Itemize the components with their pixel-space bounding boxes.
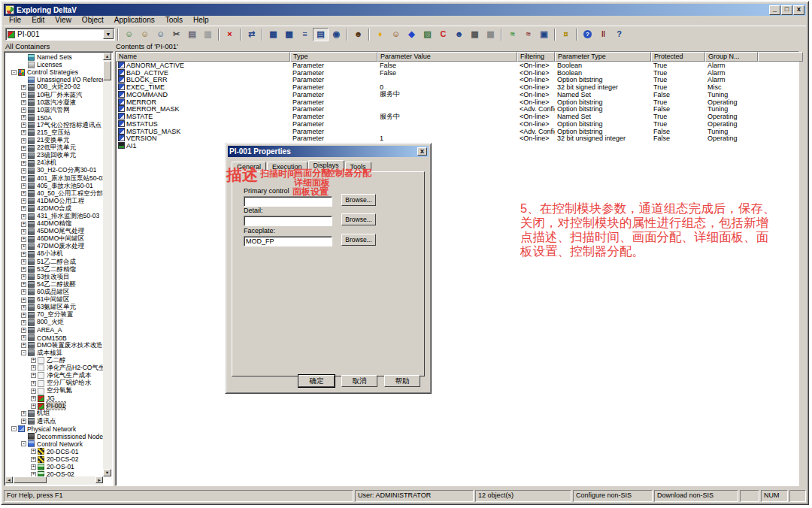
expand-icon[interactable]: + xyxy=(21,229,26,234)
tree-item-10蒸汽管网[interactable]: +10蒸汽管网 xyxy=(6,107,103,114)
expand-icon[interactable]: + xyxy=(21,107,26,113)
copy-icon[interactable]: ▤ xyxy=(184,28,200,41)
tree-item-Decommissioned Nodes[interactable]: Decommissioned Nodes xyxy=(6,433,103,440)
help-button[interactable]: 帮助 xyxy=(384,375,420,387)
expand-icon[interactable]: + xyxy=(21,183,26,189)
ok-button[interactable]: 确定 xyxy=(298,375,335,387)
expand-icon[interactable]: + xyxy=(21,335,26,340)
grid-config-icon[interactable]: ▦ xyxy=(467,28,483,41)
user-icon[interactable]: ☻ xyxy=(350,28,366,41)
vertical-scroll-thumb[interactable] xyxy=(103,61,111,80)
expand-icon[interactable]: + xyxy=(21,85,26,90)
expand-icon[interactable]: + xyxy=(21,122,26,128)
expand-icon[interactable]: + xyxy=(31,457,36,462)
column-header-Parameter Type[interactable]: Parameter Type xyxy=(555,52,651,62)
expand-icon[interactable]: + xyxy=(21,222,26,227)
collapse-icon[interactable]: - xyxy=(11,70,17,75)
expand-icon[interactable]: + xyxy=(31,358,36,363)
field-input[interactable] xyxy=(244,216,332,226)
tree-item-Control Strategies[interactable]: -Control Strategies xyxy=(6,68,103,76)
tuning-chart-icon[interactable]: ≈ xyxy=(520,28,536,41)
expand-icon[interactable]: + xyxy=(21,206,26,211)
expand-icon[interactable]: + xyxy=(21,161,26,166)
expand-icon[interactable]: + xyxy=(21,259,26,265)
expand-icon[interactable]: + xyxy=(21,198,26,204)
list-view-icon[interactable]: ≡ xyxy=(297,28,313,41)
menu-tools[interactable]: Tools xyxy=(160,16,188,26)
tree-item-JG[interactable]: +JG xyxy=(6,395,103,402)
tree-item-Named Sets[interactable]: Named Sets xyxy=(6,53,103,61)
tree-item-Control Network[interactable]: -Control Network xyxy=(6,440,103,448)
script-icon[interactable]: C xyxy=(435,28,451,41)
cancel-button[interactable]: 取消 xyxy=(341,375,377,387)
menu-file[interactable]: File xyxy=(4,16,26,26)
expand-icon[interactable]: + xyxy=(21,244,26,249)
table-row[interactable]: MSTATEParameter服务中<On-line>Named SetTrue… xyxy=(116,113,798,120)
details-view-icon[interactable]: ▤ xyxy=(313,28,329,41)
expand-icon[interactable]: + xyxy=(21,289,26,295)
browse-button[interactable]: Browse... xyxy=(341,194,376,206)
tree-item-800_火炬[interactable]: +800_火炬 xyxy=(6,319,103,326)
dialog-close-button[interactable]: x xyxy=(417,147,427,156)
keys-icon[interactable]: ¤ xyxy=(558,28,574,41)
history-chart-icon[interactable]: ≈ xyxy=(504,28,520,41)
operator-icon[interactable]: ☺ xyxy=(388,28,404,41)
books-icon[interactable]: ‖ xyxy=(595,28,611,41)
menu-help[interactable]: Help xyxy=(188,16,214,26)
expand-icon[interactable]: + xyxy=(31,464,36,470)
collapse-icon[interactable]: - xyxy=(21,441,26,446)
expand-icon[interactable]: + xyxy=(21,343,26,348)
expand-icon[interactable]: + xyxy=(21,328,26,333)
expand-icon[interactable]: + xyxy=(21,176,26,181)
tree-item-空分氧氮[interactable]: +空分氧氮 xyxy=(6,387,103,395)
expand-icon[interactable]: + xyxy=(31,449,36,454)
expand-icon[interactable]: + xyxy=(21,274,26,280)
browse-button[interactable]: Browse... xyxy=(341,234,376,246)
table-row[interactable]: VERSIONParameter1<On-line>32 bit unsigne… xyxy=(116,135,798,143)
expand-icon[interactable]: + xyxy=(21,92,26,98)
expand-icon[interactable]: + xyxy=(31,396,36,401)
small-icons-icon[interactable]: ▩ xyxy=(281,28,297,41)
help-icon[interactable]: ? xyxy=(580,28,595,41)
tree-item-20-DCS-01[interactable]: +20-DCS-01 xyxy=(6,448,103,455)
paste-icon[interactable]: ▥ xyxy=(200,28,216,41)
expand-icon[interactable]: + xyxy=(21,298,26,303)
table-row[interactable]: BAD_ACTIVEParameterFalse<On-line>Boolean… xyxy=(116,69,798,77)
object-selector-combo[interactable]: PI-001 ▼ xyxy=(5,28,115,41)
table-row[interactable]: ABNORM_ACTIVEParameterFalse<On-line>Bool… xyxy=(116,62,798,69)
expand-icon[interactable]: + xyxy=(21,252,26,257)
expand-icon[interactable]: + xyxy=(31,389,36,394)
column-header-Protected[interactable]: Protected xyxy=(651,52,705,62)
menu-applications[interactable]: Applications xyxy=(109,16,160,26)
expand-icon[interactable]: + xyxy=(21,100,26,105)
column-header-Group N...[interactable]: Group N... xyxy=(705,52,758,62)
expand-icon[interactable]: + xyxy=(21,153,26,159)
picture-icon[interactable]: ▨ xyxy=(420,28,435,41)
column-header-Type[interactable]: Type xyxy=(290,52,377,62)
menu-edit[interactable]: Edit xyxy=(26,16,50,26)
tree-horizontal-scrollbar[interactable]: ◄ ► xyxy=(5,476,103,485)
collapse-icon[interactable]: - xyxy=(11,426,17,431)
menu-view[interactable]: View xyxy=(50,16,77,26)
maximize-button[interactable]: □ xyxy=(781,5,792,15)
expand-icon[interactable]: + xyxy=(31,404,36,409)
table-row[interactable]: MCOMMANDParameter服务中<On-line>Named SetFa… xyxy=(116,91,798,98)
expand-icon[interactable]: + xyxy=(21,411,26,416)
find-parameter-icon[interactable]: ☺ xyxy=(137,28,153,41)
console-icon[interactable]: ▣ xyxy=(536,28,552,41)
browse-button[interactable]: Browse... xyxy=(341,213,376,225)
expand-icon[interactable]: + xyxy=(21,419,26,424)
expand-icon[interactable]: + xyxy=(21,313,26,318)
expand-icon[interactable]: + xyxy=(21,115,26,120)
explore-icon[interactable]: ◉ xyxy=(329,28,344,41)
minimize-button[interactable]: _ xyxy=(769,5,780,15)
tree-item-Licenses[interactable]: Licenses xyxy=(6,61,103,68)
column-header-Parameter Value[interactable]: Parameter Value xyxy=(377,52,517,62)
expand-icon[interactable]: + xyxy=(21,146,26,151)
scroll-left-icon[interactable]: ◄ xyxy=(5,476,13,483)
swap-icon[interactable]: ⇄ xyxy=(244,28,259,41)
field-input[interactable] xyxy=(244,236,332,246)
table-row[interactable]: BLOCK_ERRParameter<On-line>Option bitstr… xyxy=(116,77,798,84)
expand-icon[interactable]: + xyxy=(21,191,26,196)
tree-item-20-DCS-02[interactable]: +20-DCS-02 xyxy=(6,455,103,463)
